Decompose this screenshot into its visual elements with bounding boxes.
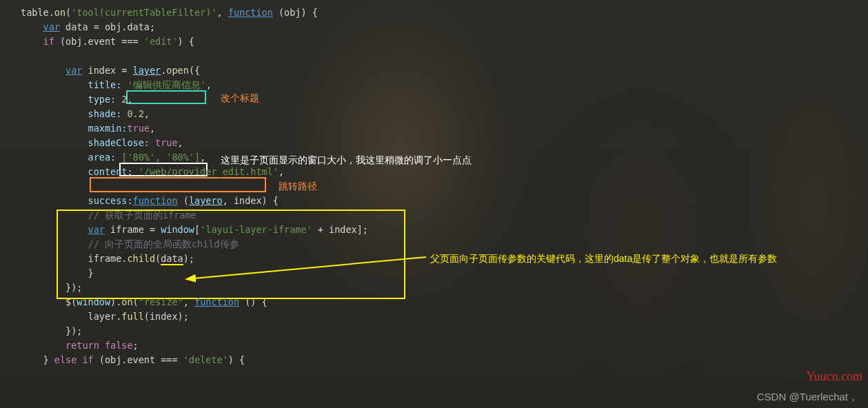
annotation-title: 改个标题 bbox=[221, 91, 259, 105]
watermark-csdn: CSDN @Tuerlechat， bbox=[757, 389, 858, 404]
annotation-area: 这里是子页面显示的窗口大小，我这里稍微的调了小一点点 bbox=[221, 153, 472, 167]
annotation-success: 父页面向子页面传参数的关键代码，这里的data是传了整个对象，也就是所有参数 bbox=[430, 252, 777, 266]
watermark-yuucn: Yuucn.com bbox=[807, 369, 862, 384]
annotation-content: 跳转路径 bbox=[279, 179, 317, 194]
